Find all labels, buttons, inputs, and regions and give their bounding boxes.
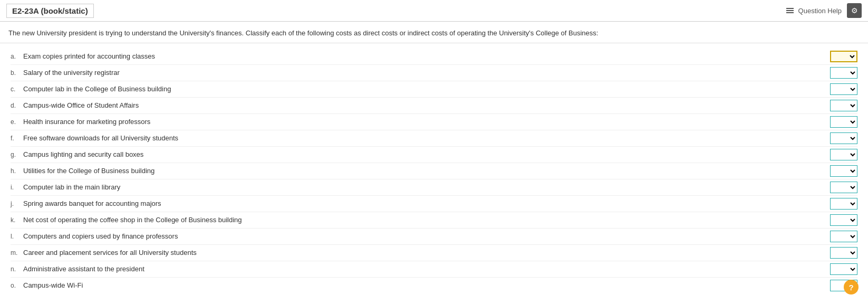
row-label: Health insurance for marketing professor… (23, 118, 830, 126)
cost-type-dropdown[interactable]: DirectIndirect (830, 263, 857, 275)
row-letter: i. (11, 184, 23, 191)
row-letter: c. (11, 86, 23, 93)
table-row: o.Campus-wide Wi-FiDirectIndirect (11, 278, 857, 293)
row-label: Exam copies printed for accounting class… (23, 52, 830, 60)
row-label: Administrative assistant to the presiden… (23, 265, 830, 273)
cost-type-dropdown[interactable]: DirectIndirect (830, 116, 857, 128)
cost-type-dropdown[interactable]: DirectIndirect (830, 182, 857, 193)
table-row: m.Career and placement services for all … (11, 245, 857, 261)
row-label: Campus lighting and security call boxes (23, 150, 830, 158)
table-row: f.Free software downloads for all Univer… (11, 130, 857, 147)
cost-type-dropdown[interactable]: DirectIndirect (830, 51, 857, 62)
row-label: Computer lab in the College of Business … (23, 85, 830, 93)
cost-type-dropdown[interactable]: DirectIndirect (830, 100, 857, 111)
question-help-label: Question Help (798, 7, 842, 15)
cost-type-dropdown[interactable]: DirectIndirect (830, 132, 857, 144)
row-letter: g. (11, 151, 23, 158)
row-label: Computer lab in the main library (23, 183, 830, 191)
table-row: j.Spring awards banquet for accounting m… (11, 196, 857, 212)
row-label: Utilities for the College of Business bu… (23, 167, 830, 175)
row-letter: a. (11, 53, 23, 60)
cost-list: a.Exam copies printed for accounting cla… (0, 43, 868, 299)
cost-type-dropdown[interactable]: DirectIndirect (830, 67, 857, 79)
cost-type-dropdown[interactable]: DirectIndirect (830, 231, 857, 242)
table-row: l.Computers and copiers used by finance … (11, 229, 857, 245)
table-row: n.Administrative assistant to the presid… (11, 261, 857, 278)
top-bar-right: Question Help ⚙ (786, 3, 862, 18)
menu-lines-icon (786, 8, 794, 13)
row-letter: m. (11, 249, 23, 256)
row-label: Spring awards banquet for accounting maj… (23, 200, 830, 207)
row-letter: e. (11, 118, 23, 126)
table-row: a.Exam copies printed for accounting cla… (11, 49, 857, 65)
row-label: Free software downloads for all Universi… (23, 134, 830, 142)
question-help-button[interactable]: Question Help (786, 7, 842, 15)
table-row: e.Health insurance for marketing profess… (11, 114, 857, 130)
row-label: Campus-wide Wi-Fi (23, 281, 830, 289)
row-letter: h. (11, 167, 23, 175)
row-label: Salary of the university registrar (23, 69, 830, 77)
row-label: Net cost of operating the coffee shop in… (23, 216, 830, 224)
table-row: c.Computer lab in the College of Busines… (11, 81, 857, 98)
cost-type-dropdown[interactable]: DirectIndirect (830, 214, 857, 226)
row-letter: f. (11, 135, 23, 142)
row-letter: b. (11, 69, 23, 77)
row-letter: l. (11, 233, 23, 240)
table-row: b.Salary of the university registrarDire… (11, 65, 857, 81)
cost-type-dropdown[interactable]: DirectIndirect (830, 198, 857, 210)
help-circle-button[interactable]: ? (844, 280, 859, 294)
table-row: k.Net cost of operating the coffee shop … (11, 212, 857, 229)
row-letter: j. (11, 200, 23, 207)
cost-type-dropdown[interactable]: DirectIndirect (830, 165, 857, 177)
row-letter: o. (11, 282, 23, 289)
cost-type-dropdown[interactable]: DirectIndirect (830, 149, 857, 160)
table-row: h.Utilities for the College of Business … (11, 163, 857, 179)
row-letter: d. (11, 102, 23, 109)
row-letter: k. (11, 216, 23, 224)
footer-hint: Choose from any drop-down list and then … (0, 299, 868, 305)
row-label: Computers and copiers used by finance pr… (23, 232, 830, 240)
row-letter: n. (11, 265, 23, 273)
table-row: d.Campus-wide Office of Student AffairsD… (11, 98, 857, 114)
page-title: E2-23A (book/static) (6, 4, 94, 18)
table-row: g.Campus lighting and security call boxe… (11, 147, 857, 163)
top-bar: E2-23A (book/static) Question Help ⚙ (0, 0, 868, 22)
gear-icon-button[interactable]: ⚙ (847, 3, 862, 18)
row-label: Campus-wide Office of Student Affairs (23, 101, 830, 109)
instructions-text: The new University president is trying t… (0, 22, 868, 43)
gear-icon: ⚙ (851, 6, 858, 15)
cost-type-dropdown[interactable]: DirectIndirect (830, 247, 857, 259)
cost-type-dropdown[interactable]: DirectIndirect (830, 83, 857, 95)
row-label: Career and placement services for all Un… (23, 249, 830, 256)
table-row: i.Computer lab in the main libraryDirect… (11, 179, 857, 196)
